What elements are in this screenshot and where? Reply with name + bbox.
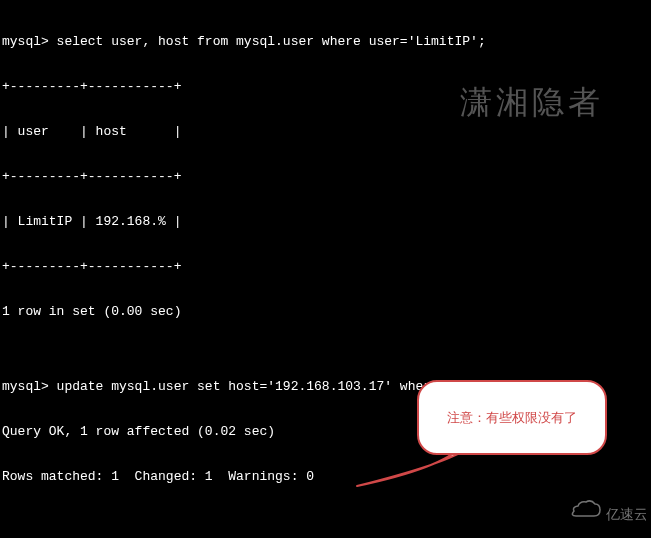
terminal-line: +---------+-----------+ bbox=[2, 79, 649, 94]
terminal-line: 1 row in set (0.00 sec) bbox=[2, 304, 649, 319]
mysql-terminal-output: mysql> select user, host from mysql.user… bbox=[0, 0, 651, 538]
terminal-line: Query OK, 1 row affected (0.02 sec) bbox=[2, 424, 649, 439]
terminal-line: Rows matched: 1 Changed: 1 Warnings: 0 bbox=[2, 469, 649, 484]
terminal-line: mysql> update mysql.user set host='192.1… bbox=[2, 379, 649, 394]
terminal-line: +---------+-----------+ bbox=[2, 259, 649, 274]
terminal-line: | LimitIP | 192.168.% | bbox=[2, 214, 649, 229]
terminal-line: | user | host | bbox=[2, 124, 649, 139]
terminal-line: mysql> select user, host from mysql.user… bbox=[2, 34, 649, 49]
terminal-line: +---------+-----------+ bbox=[2, 169, 649, 184]
